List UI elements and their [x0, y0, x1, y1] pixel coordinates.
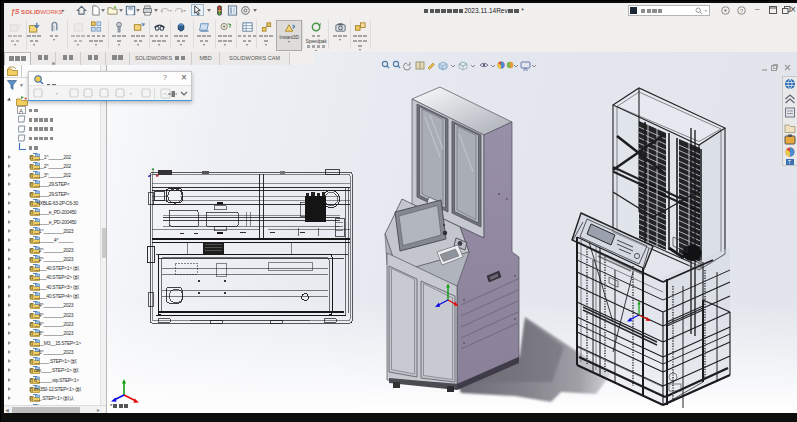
svg-text:A: A: [19, 108, 23, 114]
svg-text:?: ?: [740, 8, 744, 14]
